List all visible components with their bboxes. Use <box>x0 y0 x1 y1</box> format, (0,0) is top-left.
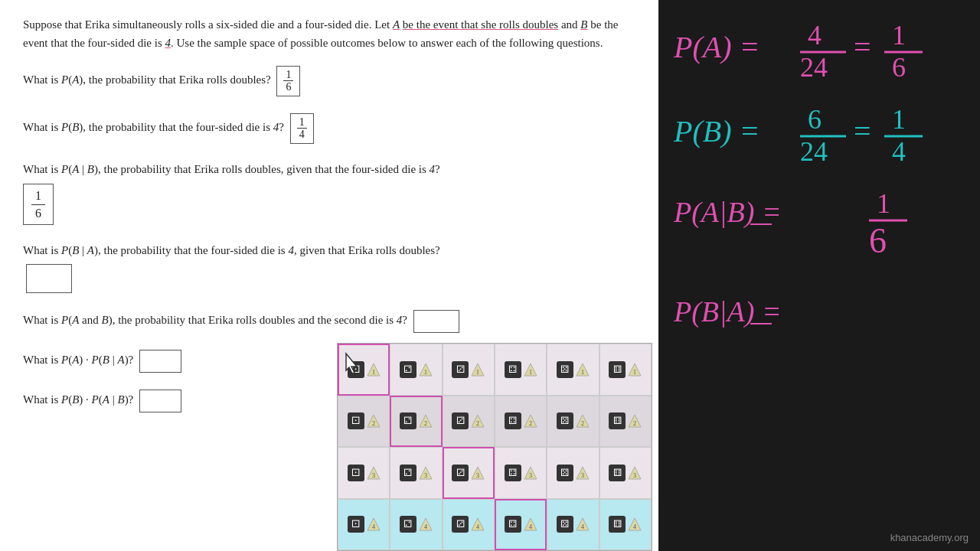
svg-text:3: 3 <box>476 472 479 479</box>
svg-text:3: 3 <box>372 472 375 479</box>
problem-part1: be the event that she rolls doubles <box>400 18 558 31</box>
problem-statement: Suppose that Erika simultaneously rolls … <box>23 15 635 52</box>
triangle-icon: 4 <box>419 517 433 532</box>
die-4: ⚃ <box>505 412 521 429</box>
q2-answer-box[interactable]: 1 4 <box>290 113 314 144</box>
svg-text:=: = <box>854 114 871 148</box>
grid-cell-r4c4: ⚃ 4 <box>495 499 547 551</box>
q5-text: What is P(A and B), the probability that… <box>23 314 407 326</box>
problem-intro: Suppose that Erika simultaneously rolls … <box>23 18 393 31</box>
grid-cell-r2c6: ⚅ 2 <box>599 396 652 448</box>
svg-text:4: 4 <box>424 523 427 530</box>
svg-text:2: 2 <box>633 420 636 427</box>
q3-text: What is P(A | B), the probability that E… <box>23 163 440 175</box>
svg-text:2: 2 <box>424 420 427 427</box>
svg-text:3: 3 <box>633 472 636 479</box>
die-2: ⚁ <box>400 412 416 429</box>
triangle-icon: 1 <box>524 362 537 377</box>
q2-fraction: 1 4 <box>297 116 307 141</box>
grid-cell-r1c3: ⚂ 1 <box>443 344 495 396</box>
question-2: What is P(B), the probability that the f… <box>23 113 635 144</box>
die-2: ⚁ <box>400 516 416 533</box>
die-6: ⚅ <box>609 412 626 429</box>
q1-denominator: 6 <box>283 81 293 93</box>
q1-numerator: 1 <box>283 69 293 81</box>
svg-text:1: 1 <box>877 188 890 219</box>
triangle-icon: 2 <box>419 413 433 429</box>
svg-text:1: 1 <box>529 369 532 376</box>
die-4: ⚃ <box>505 516 521 533</box>
event-b-label: B <box>580 18 587 31</box>
right-panel: P(A) = 4 24 = 1 6 P(B) = 6 24 = 1 4 P(A|… <box>658 0 980 551</box>
grid-cell-r4c1: ⚀ 4 <box>338 499 390 551</box>
svg-text:4: 4 <box>808 20 822 51</box>
question-1: What is P(A), the probability that Erika… <box>23 66 635 96</box>
die-4: ⚃ <box>505 465 521 481</box>
q3-fraction: 1 6 <box>31 187 45 221</box>
q4-answer-box[interactable] <box>26 264 72 293</box>
q1-text: What is P(A), the probability that Erika… <box>23 73 271 86</box>
triangle-icon: 1 <box>576 362 590 377</box>
svg-text:4: 4 <box>892 136 906 167</box>
q2-denominator: 4 <box>297 129 307 140</box>
die-5: ⚄ <box>557 412 573 429</box>
triangle-icon: 2 <box>367 413 381 429</box>
problem-conj: and <box>558 18 580 31</box>
grid-cell-r4c3: ⚂ 4 <box>443 499 495 551</box>
die-3: ⚂ <box>452 361 469 378</box>
die-4: ⚃ <box>505 361 521 378</box>
q3-answer-box[interactable]: 1 6 <box>23 184 54 225</box>
triangle-icon: 2 <box>628 413 642 429</box>
svg-text:1: 1 <box>581 369 584 376</box>
grid-cell-r4c5: ⚄ 4 <box>547 499 599 551</box>
svg-text:1: 1 <box>476 369 479 376</box>
board-math-svg: P(A) = 4 24 = 1 6 P(B) = 6 24 = 1 4 P(A|… <box>658 0 980 551</box>
event-b-value: 4 <box>165 37 171 49</box>
grid-cell-r3c2: ⚁ 3 <box>390 447 442 499</box>
event-a-desc: be the event that she rolls doubles <box>403 18 558 31</box>
grid-cell-r3c5: ⚄ 3 <box>547 447 599 499</box>
die-5: ⚄ <box>557 516 573 533</box>
q1-answer-box[interactable]: 1 6 <box>276 66 300 96</box>
svg-text:1: 1 <box>372 369 375 376</box>
grid-cell-r4c2: ⚁ 4 <box>390 499 442 551</box>
grid-cell-r1c2: ⚁ 1 <box>390 344 442 396</box>
grid-cell-r2c4: ⚃ 2 <box>495 396 547 448</box>
grid-cell-r2c1: ⚀ 2 <box>338 396 390 448</box>
svg-text:4: 4 <box>529 523 532 530</box>
svg-text:24: 24 <box>800 136 828 167</box>
svg-text:3: 3 <box>581 472 584 479</box>
grid-cell-r4c6: ⚅ 4 <box>599 499 652 551</box>
q3-denominator: 6 <box>31 205 45 222</box>
triangle-icon: 3 <box>419 465 433 481</box>
triangle-icon: 3 <box>471 465 485 481</box>
triangle-icon: 2 <box>471 413 485 429</box>
svg-text:4: 4 <box>581 523 584 530</box>
q6-answer-box[interactable] <box>139 350 181 373</box>
triangle-icon: 3 <box>367 465 381 481</box>
die-1: ⚀ <box>348 361 364 378</box>
q2-text: What is P(B), the probability that the f… <box>23 121 284 133</box>
triangle-icon: 3 <box>576 465 590 481</box>
question-3: What is P(A | B), the probability that E… <box>23 161 635 226</box>
q3-numerator: 1 <box>31 187 45 205</box>
grid-cell-r1c4: ⚃ 1 <box>495 344 547 396</box>
q5-answer-box[interactable] <box>413 310 459 333</box>
grid-cell-r2c3: ⚂ 2 <box>443 396 495 448</box>
q7-answer-box[interactable] <box>139 390 181 412</box>
svg-text:1: 1 <box>633 369 636 376</box>
svg-text:1: 1 <box>892 20 906 51</box>
die-1: ⚀ <box>348 465 364 481</box>
grid-cell-r2c2: ⚁ 2 <box>390 396 442 448</box>
grid-cell-r3c3: ⚂ 3 <box>443 447 495 499</box>
grid-cell-r1c1: ⚀ 1 <box>338 344 390 396</box>
die-1: ⚀ <box>348 516 364 533</box>
svg-text:2: 2 <box>529 420 532 427</box>
svg-text:3: 3 <box>424 472 427 479</box>
svg-text:4: 4 <box>633 523 636 530</box>
triangle-icon: 3 <box>524 465 537 481</box>
question-4: What is P(B | A), the probability that t… <box>23 242 635 293</box>
svg-text:P(A) =: P(A) = <box>673 30 760 64</box>
svg-text:4: 4 <box>372 523 375 530</box>
triangle-icon: 1 <box>628 362 642 377</box>
